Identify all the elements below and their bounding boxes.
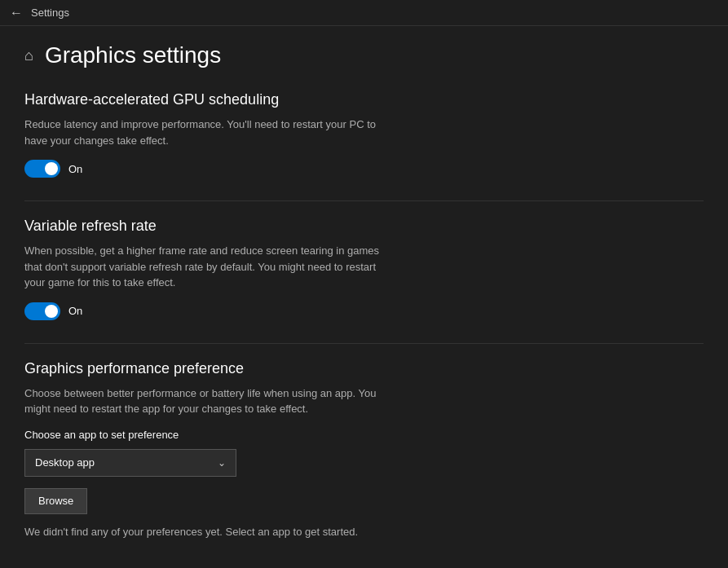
page-header: ⌂ Graphics settings: [24, 42, 704, 68]
back-icon: ←: [10, 6, 23, 20]
section-gpu-scheduling: Hardware-accelerated GPU scheduling Redu…: [24, 91, 704, 178]
variable-refresh-toggle[interactable]: [24, 302, 60, 320]
app-type-dropdown[interactable]: Desktop app ⌄: [24, 449, 236, 477]
gpu-scheduling-description: Reduce latency and improve performance. …: [24, 117, 391, 148]
performance-preference-description: Choose between better performance or bat…: [24, 385, 391, 417]
variable-refresh-toggle-track: [24, 302, 60, 320]
gpu-scheduling-toggle-track: [24, 160, 60, 178]
gpu-scheduling-toggle-label: On: [68, 163, 82, 175]
no-preferences-text: We didn't find any of your preferences y…: [24, 526, 704, 538]
performance-preference-title: Graphics performance preference: [24, 360, 704, 377]
main-content: ⌂ Graphics settings Hardware-accelerated…: [0, 26, 728, 568]
divider-1: [24, 200, 704, 201]
section-variable-refresh: Variable refresh rate When possible, get…: [24, 218, 704, 320]
chevron-down-icon: ⌄: [218, 457, 226, 469]
titlebar-text: Settings: [31, 7, 69, 19]
gpu-scheduling-toggle[interactable]: [24, 160, 60, 178]
gpu-scheduling-toggle-row: On: [24, 160, 704, 178]
choose-app-label: Choose an app to set preference: [24, 429, 704, 441]
variable-refresh-toggle-label: On: [68, 305, 82, 317]
variable-refresh-title: Variable refresh rate: [24, 218, 704, 235]
variable-refresh-toggle-row: On: [24, 302, 704, 320]
dropdown-selected-value: Desktop app: [35, 456, 95, 469]
browse-button[interactable]: Browse: [24, 488, 87, 514]
home-icon[interactable]: ⌂: [24, 47, 33, 64]
titlebar: ← Settings: [0, 0, 728, 26]
section-performance-preference: Graphics performance preference Choose b…: [24, 360, 704, 538]
back-button[interactable]: ←: [10, 6, 23, 20]
gpu-scheduling-title: Hardware-accelerated GPU scheduling: [24, 91, 704, 108]
variable-refresh-description: When possible, get a higher frame rate a…: [24, 243, 391, 291]
gpu-scheduling-toggle-thumb: [45, 162, 58, 175]
divider-2: [24, 343, 704, 344]
page-title: Graphics settings: [45, 42, 221, 68]
variable-refresh-toggle-thumb: [45, 305, 58, 318]
